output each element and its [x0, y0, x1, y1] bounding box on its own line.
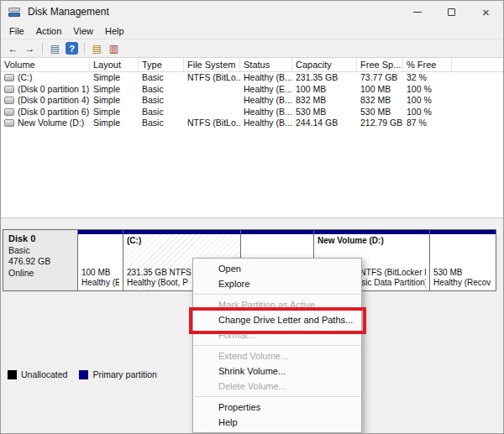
context-menu-separator [194, 294, 360, 295]
properties-icon[interactable]: ▤ [89, 40, 105, 56]
percent-free-cell: 87 % [403, 118, 452, 129]
partition-block[interactable]: 530 MBHealthy (Recov [429, 229, 496, 291]
column-header-capacity[interactable]: Capacity [292, 58, 357, 71]
column-header-file-system[interactable]: File System [184, 58, 240, 71]
disk-view-icon[interactable]: ▥ [106, 40, 122, 56]
menu-view[interactable]: View [67, 24, 99, 38]
layout-cell: Simple [90, 107, 139, 118]
status-cell: Healthy (E... [240, 84, 292, 96]
disk-name: Disk 0 [8, 233, 72, 245]
toolbar: ←→▤?▤▥ [1, 39, 503, 58]
type-cell: Basic [139, 118, 184, 129]
free-space-cell: 100 MB [357, 84, 403, 96]
capacity-cell: 244.14 GB [292, 118, 357, 129]
context-menu-separator [194, 396, 360, 397]
layout-cell: Simple [90, 84, 139, 96]
context-menu-item-delete-volume: Delete Volume... [193, 379, 361, 394]
column-header-layout[interactable]: Layout [90, 58, 139, 71]
forward-icon[interactable]: → [22, 40, 38, 56]
volume-row[interactable]: (Disk 0 partition 1)SimpleBasicHealthy (… [1, 84, 503, 96]
free-space-cell: 212.79 GB [357, 118, 403, 129]
context-menu-item-open[interactable]: Open [193, 261, 361, 276]
volume-name: New Volume (D:) [18, 118, 84, 129]
filler-cell [452, 95, 503, 107]
disk-type: Basic [8, 245, 72, 257]
free-space-cell: 73.77 GB [357, 72, 403, 84]
back-icon[interactable]: ← [5, 40, 21, 56]
console-tree-icon[interactable]: ▤ [47, 40, 63, 56]
maximize-button[interactable] [434, 1, 469, 23]
legend-swatch [8, 370, 17, 379]
context-menu-item-change-drive-letter-and-paths[interactable]: Change Drive Letter and Paths... [193, 312, 361, 327]
column-header-volume[interactable]: Volume [1, 58, 90, 71]
minimize-button[interactable] [400, 1, 434, 23]
partition-status: Healthy (E [81, 278, 119, 288]
context-menu-item-help[interactable]: Help [193, 415, 361, 430]
toolbar-separator [84, 43, 85, 55]
volume-table-header: Volume Layout Type File System Status Ca… [1, 58, 503, 72]
context-menu: OpenExploreMark Partition as ActiveChang… [192, 258, 362, 433]
volume-icon [4, 119, 14, 127]
context-menu-separator [194, 345, 360, 346]
percent-free-cell: 100 % [403, 107, 452, 118]
layout-cell: Simple [90, 118, 139, 129]
column-header-type[interactable]: Type [139, 58, 184, 71]
disk-0-info[interactable]: Disk 0 Basic 476.92 GB Online [3, 229, 78, 291]
column-header-status[interactable]: Status [240, 58, 292, 71]
file-system-cell [184, 107, 240, 118]
menu-bar: File Action View Help [1, 23, 503, 39]
legend-label: Unallocated [21, 369, 67, 379]
partition-block[interactable]: 100 MBHealthy (E [77, 229, 123, 291]
menu-file[interactable]: File [3, 24, 30, 38]
close-icon: × [482, 6, 490, 18]
column-header-percent-free[interactable]: % Free [403, 58, 452, 71]
menu-action[interactable]: Action [30, 24, 68, 38]
filler-cell [452, 107, 503, 118]
volume-cell: (Disk 0 partition 6) [1, 107, 90, 118]
volume-cell: (C:) [1, 72, 90, 84]
disk-status: Online [8, 268, 72, 280]
menu-help[interactable]: Help [99, 24, 130, 38]
volume-row[interactable]: (Disk 0 partition 4)SimpleBasicHealthy (… [1, 95, 503, 107]
volume-name: (Disk 0 partition 1) [18, 84, 89, 96]
context-menu-item-format: Format... [193, 327, 361, 342]
close-button[interactable]: × [469, 1, 503, 23]
legend: UnallocatedPrimary partition [8, 369, 157, 379]
status-cell: Healthy (B... [240, 95, 292, 107]
toolbar-separator [42, 43, 43, 55]
context-menu-item-explore[interactable]: Explore [193, 276, 361, 291]
volume-row[interactable]: (C:)SimpleBasicNTFS (BitLo...Healthy (B.… [1, 72, 503, 84]
layout-cell: Simple [90, 95, 139, 107]
status-cell: Healthy (B... [240, 107, 292, 118]
volume-cell: (Disk 0 partition 1) [1, 84, 90, 96]
free-space-cell: 832 MB [357, 95, 403, 107]
volume-icon [4, 74, 14, 81]
volume-name: (Disk 0 partition 6) [18, 107, 89, 118]
volume-list-pane: Volume Layout Type File System Status Ca… [1, 58, 503, 217]
volume-icon [4, 97, 14, 104]
help-icon[interactable]: ? [66, 42, 78, 55]
legend-item: Primary partition [79, 369, 156, 379]
context-menu-item-shrink-volume[interactable]: Shrink Volume... [193, 363, 361, 379]
layout-cell: Simple [90, 72, 139, 84]
partition-status: Healthy (Recov [433, 278, 492, 288]
volume-table-body: (C:)SimpleBasicNTFS (BitLo...Healthy (B.… [1, 72, 503, 129]
context-menu-item-mark-partition-as-active: Mark Partition as Active [193, 297, 361, 312]
partition-size: 100 MB [81, 268, 119, 278]
column-header-free-space[interactable]: Free Sp... [357, 58, 403, 71]
type-cell: Basic [139, 95, 184, 107]
volume-name: (Disk 0 partition 4) [18, 95, 89, 107]
volume-cell: (Disk 0 partition 4) [1, 95, 90, 107]
capacity-cell: 100 MB [292, 84, 357, 96]
app-icon [8, 6, 21, 18]
filler-cell [452, 72, 503, 84]
partition-label: (C:) [127, 236, 237, 246]
volume-row[interactable]: (Disk 0 partition 6)SimpleBasicHealthy (… [1, 107, 503, 118]
percent-free-cell: 32 % [403, 72, 452, 84]
type-cell: Basic [139, 72, 184, 84]
context-menu-item-properties[interactable]: Properties [193, 400, 361, 415]
volume-row[interactable]: New Volume (D:)SimpleBasicNTFS (BitLo...… [1, 118, 503, 129]
legend-label: Primary partition [92, 369, 156, 379]
volume-icon [4, 108, 14, 116]
partition-content: 100 MBHealthy (E [78, 234, 123, 290]
